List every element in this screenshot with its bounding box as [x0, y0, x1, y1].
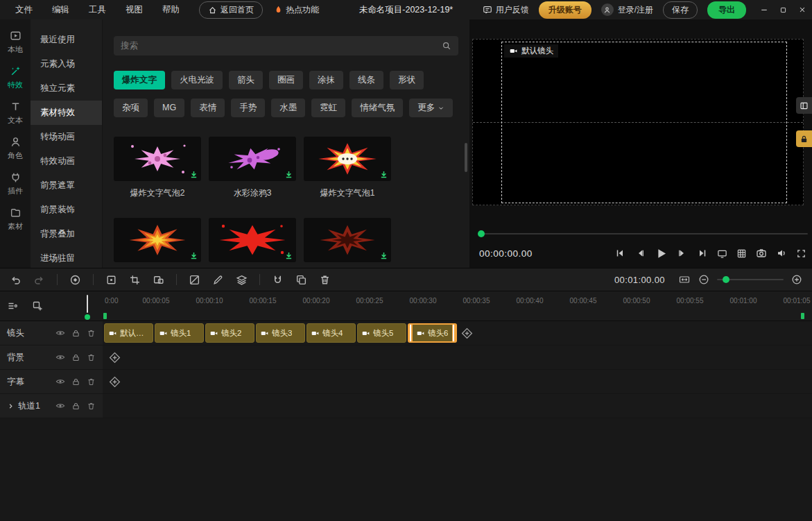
menu-tools[interactable]: 工具 [79, 4, 116, 16]
lock-icon[interactable] [71, 328, 80, 338]
timeline-clip[interactable]: 默认镜头 [104, 323, 153, 343]
undo-icon[interactable] [10, 274, 21, 286]
scrubber-playhead-dot[interactable] [478, 230, 485, 237]
selection-box[interactable]: 默认镜头 [501, 42, 787, 203]
trash-icon[interactable] [87, 377, 96, 386]
magnet-icon[interactable] [272, 274, 284, 286]
download-icon[interactable] [189, 251, 198, 260]
asset-card[interactable]: 爆炸文字气泡2 [114, 137, 201, 197]
submenu-item-recent[interactable]: 最近使用 [31, 28, 102, 52]
login-button[interactable]: 登录/注册 [601, 3, 653, 16]
layers-icon[interactable] [236, 274, 248, 286]
canvas-ratio-icon[interactable] [153, 274, 164, 286]
sidebar-item-character[interactable]: 角色 [0, 131, 31, 166]
chip-explosion-text[interactable]: 爆炸文字 [114, 71, 165, 89]
edit-pencil-icon[interactable] [212, 274, 224, 286]
timeline-clip-selected[interactable]: 镜头6 [408, 323, 457, 343]
eye-icon[interactable] [55, 352, 65, 362]
chip-more[interactable]: 更多 [409, 99, 453, 117]
export-button[interactable]: 导出 [707, 1, 746, 19]
monitor-icon[interactable] [717, 248, 727, 259]
trash-icon[interactable] [319, 274, 331, 286]
chip-arrows[interactable]: 箭头 [229, 71, 263, 89]
asset-card[interactable] [304, 218, 391, 268]
lock-icon[interactable] [71, 401, 80, 411]
trash-icon[interactable] [87, 401, 96, 411]
chip-neon[interactable]: 霓虹 [311, 99, 345, 117]
track-list-icon[interactable] [7, 300, 18, 311]
chip-expression[interactable]: 表情 [191, 99, 225, 117]
download-icon[interactable] [284, 251, 293, 260]
volume-icon[interactable] [776, 248, 787, 259]
submenu-item-foreground-mask[interactable]: 前景遮罩 [31, 173, 102, 198]
track-header-track1[interactable]: 轨道1 [0, 394, 103, 418]
step-forward-icon[interactable] [677, 248, 688, 259]
playhead-dot[interactable] [85, 314, 90, 320]
download-icon[interactable] [189, 170, 198, 179]
eye-icon[interactable] [55, 401, 65, 411]
chip-fire-lightning[interactable]: 火电光波 [171, 71, 223, 89]
chip-circle-draw[interactable]: 圈画 [269, 71, 303, 89]
step-back-icon[interactable] [634, 248, 646, 259]
crop-icon[interactable] [129, 274, 141, 286]
chip-shapes[interactable]: 形状 [390, 71, 424, 89]
download-icon[interactable] [379, 251, 388, 260]
track-header-shots[interactable]: 镜头 [0, 321, 103, 345]
search-input[interactable] [121, 41, 442, 51]
sidebar-item-assets[interactable]: 素材 [0, 202, 31, 237]
trash-icon[interactable] [87, 352, 96, 362]
lock-handle-button[interactable] [796, 130, 812, 147]
fit-icon[interactable] [678, 274, 691, 285]
track-lane-background[interactable] [103, 345, 812, 369]
track-lane-shots[interactable]: 默认镜头 镜头1 镜头2 镜头3 镜头4 镜头5 [103, 321, 812, 345]
track-header-background[interactable]: 背景 [0, 345, 103, 369]
submenu-item-background-overlay[interactable]: 背景叠加 [31, 222, 102, 246]
skip-start-icon[interactable] [614, 248, 625, 259]
preview-canvas[interactable]: 默认镜头 [472, 39, 804, 205]
redo-icon[interactable] [33, 274, 45, 286]
fullscreen-icon[interactable] [796, 248, 806, 259]
chip-ink[interactable]: 水墨 [271, 99, 305, 117]
lock-icon[interactable] [71, 352, 80, 362]
asset-card[interactable]: 爆炸文字气泡1 [304, 137, 391, 197]
submenu-item-material-effects[interactable]: 素材特效 [31, 101, 102, 125]
chip-gesture[interactable]: 手势 [231, 99, 265, 117]
maximize-icon[interactable] [779, 6, 787, 14]
grid-icon[interactable] [736, 248, 747, 259]
asset-card[interactable] [209, 218, 296, 268]
submenu-item-foreground-decor[interactable]: 前景装饰 [31, 198, 102, 222]
zoom-slider[interactable] [717, 275, 784, 284]
menu-edit[interactable]: 编辑 [42, 4, 79, 16]
track-lane-track1[interactable] [103, 394, 812, 418]
home-button[interactable]: 返回首页 [199, 1, 263, 19]
trash-icon[interactable] [87, 328, 96, 338]
add-track-icon[interactable] [32, 300, 43, 311]
hot-features-button[interactable]: 热点功能 [274, 4, 319, 16]
preview-scrubber[interactable] [478, 230, 808, 238]
chevron-right-icon[interactable] [7, 402, 15, 410]
save-button[interactable]: 保存 [663, 1, 698, 19]
timeline-clip[interactable]: 镜头3 [256, 323, 305, 343]
download-icon[interactable] [284, 170, 293, 179]
asset-card[interactable] [114, 218, 201, 268]
chip-misc[interactable]: 杂项 [114, 99, 148, 117]
add-subtitle-button[interactable] [109, 376, 121, 388]
skip-end-icon[interactable] [697, 248, 708, 259]
close-icon[interactable] [798, 6, 806, 14]
range-out-marker[interactable] [801, 313, 804, 319]
chip-smear[interactable]: 涂抹 [309, 71, 343, 89]
search-icon[interactable] [442, 41, 451, 51]
track-header-subtitle[interactable]: 字幕 [0, 370, 103, 393]
sidebar-item-effects[interactable]: 特效 [0, 60, 31, 96]
mask-icon[interactable] [189, 274, 200, 286]
menu-file[interactable]: 文件 [6, 4, 42, 16]
submenu-item-element-entrance[interactable]: 元素入场 [31, 52, 102, 76]
add-shot-button[interactable] [461, 327, 473, 339]
eye-icon[interactable] [55, 377, 65, 386]
timeline-ruler[interactable]: 0:00 00:00:05 00:00:10 00:00:15 00:00:20… [103, 291, 812, 321]
sidebar-item-local[interactable]: 本地 [0, 25, 31, 60]
submenu-item-entrance-stay[interactable]: 进场驻留 [31, 246, 102, 271]
sidebar-item-plugin[interactable]: 插件 [0, 166, 31, 202]
playhead-grip[interactable] [87, 295, 88, 313]
chip-lines[interactable]: 线条 [349, 71, 383, 89]
